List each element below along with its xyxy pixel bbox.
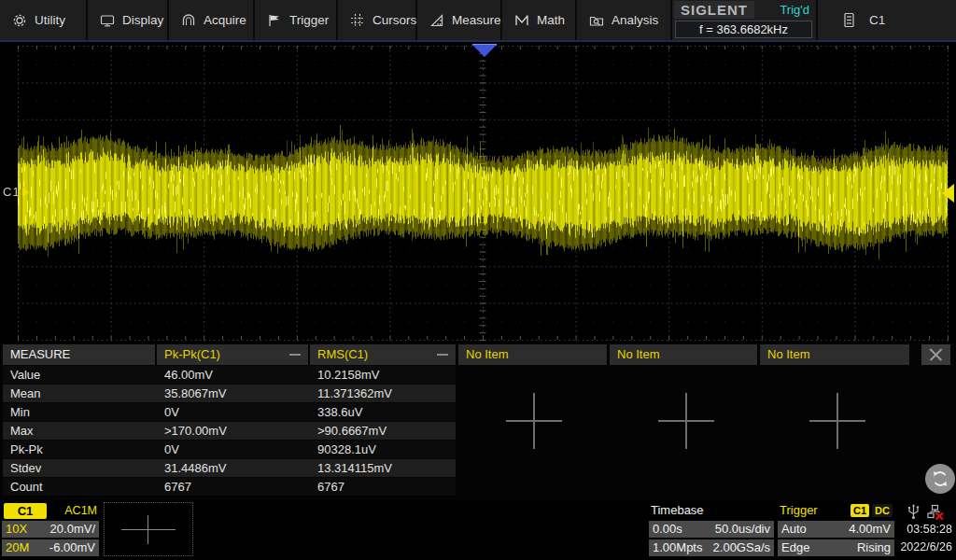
menu-acquire-label: Acquire [204,13,246,27]
timebase-descriptor-box[interactable]: Timebase 0.00s50.0us/div 1.00Mpts2.00GSa… [649,502,774,556]
measure-col-noitem-3[interactable]: No Item [760,344,909,365]
measure-row-max: Max >170.00mV >90.6667mV [3,422,456,440]
measure-row-value: Value 46.00mV 10.2158mV [3,366,456,384]
measure-col-pkpk[interactable]: Pk-Pk(C1) [157,344,308,365]
menu-trigger-label: Trigger [289,13,329,27]
menu-analysis-label: Analysis [612,13,658,27]
acquire-arch-icon [181,13,196,28]
trigger-coupling-badge: DC [872,504,893,517]
system-status-box: 03:58:28 2022/6/26 [896,502,954,556]
gear-icon [12,13,27,28]
channel1-offset-value: -6.00mV [49,539,95,556]
timebase-memory: 1.00Mpts [653,539,702,556]
list-icon [842,12,856,28]
menu-cursors-label: Cursors [373,13,416,27]
folder-search-icon [589,13,604,28]
channel1-probe: 10X [6,521,27,538]
crosshatch-icon [350,13,365,28]
trigger-status-badge: Trig'd [780,1,809,19]
menu-math[interactable]: Math [502,0,577,40]
measure-row-stdev: Stdev 31.4486mV 13.314115mV [3,459,456,477]
waveform-canvas[interactable] [0,42,956,343]
timebase-scale: 50.0us/div [715,521,770,538]
bowtie-icon [514,13,529,28]
channel-list-button[interactable]: C1 [816,0,956,40]
flag-icon [267,13,282,28]
menu-math-label: Math [537,13,565,27]
remove-measure-icon[interactable] [437,354,448,356]
trigger-mode: Auto [781,521,807,538]
channel1-volts-div: 20.0mV/ [50,521,95,538]
trigger-type: Edge [781,539,809,556]
trigger-descriptor-box[interactable]: Trigger C1 DC Auto4.00mV EdgeRising [778,502,894,556]
add-measure-button[interactable] [504,391,564,451]
timebase-sample-rate: 2.00GSa/s [713,539,770,556]
oscilloscope-screen: Utility Display Acquire Trigger Cursors … [0,0,956,560]
system-time: 03:58:28 [896,521,954,539]
gesture-rotate-button[interactable] [925,464,955,494]
measure-close-button[interactable] [921,344,950,365]
trigger-position-marker-icon[interactable] [472,45,497,57]
channel1-badge: C1 [4,503,47,519]
menu-utility-label: Utility [35,13,65,27]
menu-measure[interactable]: Measure [417,0,502,40]
measure-col-rms[interactable]: RMS(C1) [310,344,456,365]
menu-acquire[interactable]: Acquire [169,0,255,40]
add-measure-button[interactable] [656,391,716,451]
frequency-counter-readout: f = 363.6682kHz [675,21,812,38]
set-square-icon [429,13,444,28]
measure-row-pkpk: Pk-Pk 0V 90328.1uV [3,441,456,458]
menu-display-label: Display [122,13,163,27]
measure-panel: MEASURE Pk-Pk(C1) RMS(C1) No Item No Ite… [0,343,956,500]
brand-status-block: SIGLENT Trig'd f = 363.6682kHz [672,0,815,40]
trigger-level: 4.00mV [849,521,891,538]
trigger-source-badge: C1 [851,504,869,517]
bottom-status-bar: C1 AC1M 10X20.0mV/ 20M-6.00mV Timebase 0… [0,500,956,560]
add-channel-button[interactable] [104,502,193,556]
menu-analysis[interactable]: Analysis [577,0,672,40]
channel-list-label: C1 [869,13,885,27]
channel1-bandwidth: 20M [6,539,29,556]
menu-measure-label: Measure [452,13,501,27]
remove-measure-icon[interactable] [289,354,301,356]
usb-icon [907,504,920,520]
measure-row-count: Count 6767 6767 [3,478,456,496]
menu-display[interactable]: Display [88,0,169,40]
channel1-offset-marker[interactable]: C1 [3,185,29,199]
measure-row-mean: Mean 35.8067mV 11.371362mV [3,385,456,402]
add-measure-button[interactable] [808,391,867,451]
channel1-offset-arrow-icon [22,188,29,197]
system-date: 2022/6/26 [896,539,954,556]
channel1-offset-label: C1 [3,185,21,199]
menu-cursors[interactable]: Cursors [338,0,417,40]
channel1-coupling: AC1M [64,502,97,519]
timebase-title: Timebase [649,502,774,519]
menu-utility[interactable]: Utility [0,0,88,40]
trigger-slope: Rising [857,539,891,556]
trigger-title: Trigger [780,502,818,519]
menu-trigger[interactable]: Trigger [255,0,338,40]
rotate-arrows-icon [930,469,950,489]
waveform-display-area[interactable]: C1 [0,42,956,343]
measure-row-min: Min 0V 338.6uV [3,403,456,421]
measure-panel-title: MEASURE [3,344,155,365]
monitor-icon [100,13,115,28]
lan-disconnected-icon [927,504,944,520]
siglent-logo: SIGLENT [674,1,754,19]
timebase-delay: 0.00s [653,521,682,538]
measure-col-noitem-2[interactable]: No Item [610,344,757,365]
measure-col-noitem-1[interactable]: No Item [458,344,607,365]
channel1-descriptor-box[interactable]: C1 AC1M 10X20.0mV/ 20M-6.00mV [2,502,99,556]
trigger-level-marker-icon[interactable] [942,184,954,203]
